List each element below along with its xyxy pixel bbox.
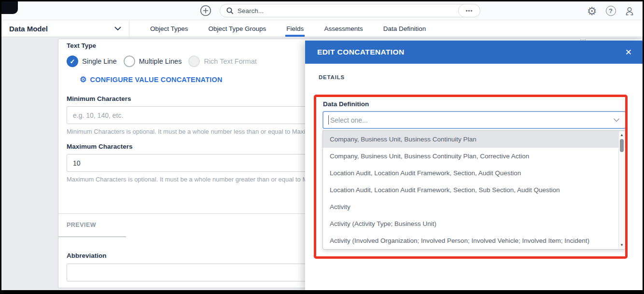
dropdown-option[interactable]: Location Audit, Location Audit Framework… — [323, 165, 625, 182]
select-placeholder: Select one... — [330, 116, 614, 124]
top-bar: ••• ⚙ ? — [1, 1, 643, 20]
details-section-label: DETAILS — [319, 74, 345, 80]
module-nav-bar: Data Model Object Types Object Type Grou… — [1, 20, 643, 37]
user-menu-button[interactable] — [624, 6, 635, 16]
text-caret — [328, 115, 329, 125]
dropdown-option[interactable]: Activity (Involved Organization; Involve… — [323, 232, 625, 249]
dropdown-option[interactable]: Activity — [323, 198, 625, 215]
data-definition-label: Data Definition — [323, 100, 369, 108]
gear-icon: ⚙ — [587, 6, 597, 16]
plus-circle-icon — [200, 5, 211, 16]
preview-section-label: PREVIEW — [67, 222, 96, 228]
module-selector-label: Data Model — [9, 25, 114, 33]
radio-single-line-label: Single Line — [82, 57, 117, 65]
search-icon — [226, 7, 234, 15]
drawer-header: EDIT CONCATENATION ✕ — [305, 41, 643, 64]
chevron-down-icon — [614, 118, 619, 122]
abbreviation-input[interactable] — [67, 264, 337, 281]
minimum-characters-label: Minimum Characters — [67, 95, 131, 102]
tab-data-definition[interactable]: Data Definition — [373, 20, 436, 37]
close-icon: ✕ — [625, 48, 632, 57]
search-options-button[interactable]: ••• — [458, 4, 480, 17]
dropdown-option[interactable]: Company, Business Unit, Business Continu… — [323, 131, 625, 148]
minimum-characters-input[interactable] — [67, 106, 337, 124]
global-search[interactable]: ••• — [220, 4, 480, 17]
dropdown-option[interactable]: Location Audit, Location Audit Framework… — [323, 182, 625, 198]
module-selector[interactable]: Data Model — [1, 20, 129, 37]
more-options-icon: ••• — [466, 8, 473, 14]
screenshot-frame: ••• ⚙ ? — [0, 0, 644, 294]
help-icon: ? — [606, 6, 616, 16]
tab-object-types[interactable]: Object Types — [140, 20, 198, 37]
gear-icon: ⚙ — [80, 76, 87, 84]
maximum-characters-label: Maximum Characters — [67, 143, 133, 150]
radio-rich-text-format — [188, 56, 200, 67]
settings-button[interactable]: ⚙ — [587, 6, 597, 16]
abbreviation-label: Abbreviation — [67, 252, 107, 259]
dropdown-option[interactable]: Company, Business Unit, Business Continu… — [323, 148, 625, 165]
dropdown-option[interactable]: Activity (Activity Type; Business Unit) — [323, 215, 625, 232]
radio-multiple-lines-label: Multiple Lines — [139, 57, 182, 65]
radio-rich-text-format-label: Rich Text Format — [204, 57, 256, 65]
data-definition-dropdown-list: Company, Business Unit, Business Continu… — [322, 130, 626, 250]
nav-tabs: Object Types Object Type Groups Fields A… — [140, 20, 436, 37]
help-button[interactable]: ? — [605, 6, 616, 16]
maximum-characters-input[interactable] — [67, 154, 337, 172]
scroll-down-icon[interactable]: ▼ — [619, 243, 625, 247]
scroll-up-icon[interactable]: ▲ — [619, 133, 625, 137]
radio-single-line[interactable]: ✓ — [67, 56, 78, 67]
edit-concatenation-drawer: EDIT CONCATENATION ✕ DETAILS Data Defini… — [305, 41, 643, 290]
scrollbar-thumb[interactable] — [620, 139, 624, 152]
radio-multiple-lines[interactable] — [124, 56, 135, 67]
text-type-radio-group: ✓ Single Line Multiple Lines Rich Text F… — [67, 56, 264, 67]
data-definition-select[interactable]: Select one... — [322, 111, 626, 129]
create-object-button[interactable] — [200, 5, 211, 16]
user-icon — [624, 6, 635, 16]
tab-assessments[interactable]: Assessments — [314, 20, 373, 37]
preview-underline — [58, 237, 126, 237]
dropdown-scrollbar[interactable]: ▲ ▼ — [618, 131, 625, 249]
text-type-label: Text Type — [67, 42, 96, 49]
tab-fields[interactable]: Fields — [276, 20, 314, 37]
tab-object-type-groups[interactable]: Object Type Groups — [198, 20, 277, 37]
close-button[interactable]: ✕ — [625, 48, 632, 56]
check-icon: ✓ — [70, 58, 75, 65]
app-logo[interactable] — [1, 1, 18, 14]
top-bar-icons: ⚙ ? — [587, 1, 635, 20]
configure-value-concatenation-link[interactable]: ⚙ CONFIGURE VALUE CONCATENATION — [80, 76, 223, 84]
chevron-down-icon — [114, 27, 121, 31]
drawer-title: EDIT CONCATENATION — [317, 48, 625, 56]
search-input[interactable] — [238, 7, 475, 14]
app-window: ••• ⚙ ? — [1, 1, 643, 290]
